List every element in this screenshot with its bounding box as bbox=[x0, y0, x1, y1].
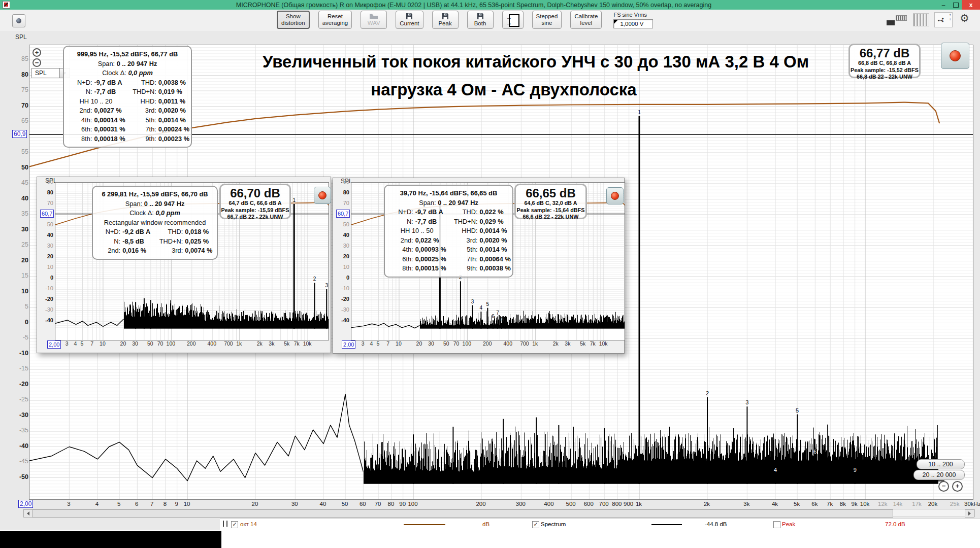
x-tick-label: 3k bbox=[269, 340, 274, 347]
loop-icon: →→ bbox=[506, 14, 519, 26]
svg-text:3: 3 bbox=[325, 283, 329, 288]
y-tick-label: -25 bbox=[11, 396, 28, 403]
x-tick-label: 14k bbox=[893, 501, 903, 507]
settings-button[interactable]: ⚙ bbox=[960, 12, 969, 24]
horizontal-scrollbar[interactable] bbox=[23, 509, 975, 517]
y-tick-label: -40 bbox=[39, 317, 53, 323]
bottom-black-bar bbox=[0, 531, 221, 548]
x-tick-label: 50 bbox=[443, 340, 449, 347]
inset2-y-cursor-value[interactable]: 60,7 bbox=[336, 210, 350, 218]
x-tick-label: 7 bbox=[386, 340, 389, 347]
webcam-icon bbox=[16, 18, 21, 23]
x-tick-label: 5 bbox=[81, 340, 84, 347]
svg-text:3: 3 bbox=[745, 399, 748, 405]
x-tick-label: 2k bbox=[704, 501, 710, 507]
pan-zoom-button[interactable]: ↔↕↑↓ bbox=[934, 12, 953, 27]
inset-window-40hz[interactable]: SPL 23456789 90807050403020100-10-20-30-… bbox=[333, 178, 625, 354]
y-tick-label: 65 bbox=[11, 117, 28, 124]
scroll-right-button[interactable] bbox=[965, 509, 974, 518]
legend-checkbox-3[interactable] bbox=[773, 521, 780, 528]
inset1-x-start-value[interactable]: 2,00 bbox=[47, 340, 61, 349]
x-tick-label: 200 bbox=[476, 501, 485, 507]
zoom-in-button[interactable]: + bbox=[32, 48, 41, 57]
inset1-measurement-panel: 6 299,81 Hz, -15,59 dBFS, 66,70 dBSpan: … bbox=[92, 186, 218, 260]
inset-window-6300hz[interactable]: SPL 123 90807050403020100-10-20-30-40 34… bbox=[37, 177, 331, 353]
x-tick-label: 700 bbox=[599, 501, 609, 507]
app-icon bbox=[3, 1, 10, 9]
scrollbar-thumb[interactable] bbox=[32, 509, 893, 518]
inset1-y-cursor-value[interactable]: 60,7 bbox=[40, 210, 54, 218]
y-tick-label: 30 bbox=[11, 226, 28, 233]
x-tick-label: 7 bbox=[150, 501, 153, 507]
x-tick-label: 3 bbox=[362, 340, 365, 347]
y-tick-label: 5 bbox=[11, 303, 28, 310]
inset2-record-button[interactable] bbox=[606, 187, 624, 204]
inset2-x-start-value[interactable]: 2,00 bbox=[342, 340, 355, 349]
y-tick-label: -10 bbox=[39, 285, 53, 291]
x-tick-label: 400 bbox=[544, 501, 553, 507]
svg-text:6: 6 bbox=[492, 314, 495, 319]
save-both-button[interactable]: Both bbox=[467, 11, 494, 29]
svg-text:1: 1 bbox=[292, 197, 296, 203]
y-tick-label: -40 bbox=[11, 442, 28, 450]
inset1-record-button[interactable] bbox=[314, 187, 331, 204]
level-bars-icon bbox=[913, 13, 929, 26]
y-tick-label: -40 bbox=[335, 317, 349, 323]
floppy-icon bbox=[406, 13, 413, 20]
legend-bar: ✓окт 14dB✓Spectrum-44.8 dBPeak72.0 dB bbox=[220, 519, 980, 530]
axis-mode-value: SPL bbox=[31, 68, 60, 78]
y-tick-label: 80 bbox=[39, 189, 53, 195]
y-tick-label: 75 bbox=[11, 86, 28, 93]
wav-button[interactable]: WAV bbox=[361, 11, 387, 29]
y-tick-label: 70 bbox=[335, 200, 349, 206]
x-tick-label: 3 bbox=[66, 340, 69, 347]
minimize-button[interactable]: – bbox=[937, 1, 950, 9]
svg-text:8: 8 bbox=[500, 317, 503, 322]
main-y-cursor-value[interactable]: 60,9 bbox=[12, 130, 27, 138]
main-measurement-panel: 999,95 Hz, -15,52 dBFS, 66,77 dBSpan: 0 … bbox=[63, 46, 192, 148]
record-icon bbox=[318, 191, 326, 199]
y-tick-label: 55 bbox=[11, 148, 28, 155]
y-tick-label: 20 bbox=[335, 253, 349, 259]
x-tick-label: 700 bbox=[224, 340, 233, 347]
device-monitor-button[interactable] bbox=[12, 14, 25, 27]
range-20-20000-button[interactable]: 20 .. 20 000 bbox=[913, 470, 965, 480]
x-tick-label: 8 bbox=[164, 501, 167, 507]
maximize-button[interactable] bbox=[950, 1, 962, 9]
zoom-out-button[interactable]: − bbox=[32, 58, 41, 67]
legend-checkbox-2[interactable]: ✓ bbox=[532, 521, 539, 528]
x-tick-label: 5k bbox=[794, 501, 800, 507]
save-current-button[interactable]: Current bbox=[396, 11, 423, 29]
range-10-200-button[interactable]: 10 .. 200 bbox=[917, 459, 965, 469]
y-tick-label: -20 bbox=[11, 381, 28, 388]
x-tick-label: 4 bbox=[74, 340, 77, 347]
fs-sine-input[interactable]: 1,0000 V bbox=[613, 19, 653, 28]
save-peak-button[interactable]: Peak bbox=[432, 11, 459, 29]
x-zoom-in-button[interactable]: + bbox=[952, 481, 963, 492]
legend-label: Peak bbox=[782, 521, 795, 527]
toolbar-buttons: Showdistortion Resetaveraging WAV Curren… bbox=[277, 11, 653, 29]
calibrate-level-button[interactable]: Calibratelevel bbox=[570, 11, 602, 29]
main-x-start-value[interactable]: 2,00 bbox=[18, 500, 33, 508]
legend-line-swatch bbox=[404, 524, 445, 525]
level-bars-button[interactable] bbox=[913, 13, 929, 26]
y-tick-label: 20 bbox=[39, 253, 53, 259]
x-tick-label: 12k bbox=[878, 501, 888, 507]
show-distortion-button[interactable]: Showdistortion bbox=[277, 11, 310, 29]
record-button[interactable] bbox=[941, 43, 969, 69]
reset-averaging-button[interactable]: Resetaveraging bbox=[318, 11, 352, 29]
svg-text:9: 9 bbox=[854, 467, 857, 473]
y-tick-label: -50 bbox=[11, 473, 28, 481]
legend-checkbox-1[interactable]: ✓ bbox=[231, 521, 238, 528]
x-tick-label: 30 bbox=[291, 501, 298, 507]
x-tick-label: 10k bbox=[599, 340, 608, 347]
signal-displays-button[interactable] bbox=[887, 14, 907, 26]
stepped-sine-button[interactable]: Steppedsine bbox=[532, 11, 562, 29]
x-zoom-out-button[interactable]: − bbox=[938, 481, 949, 492]
x-tick-label: 3k bbox=[565, 340, 570, 347]
svg-text:4: 4 bbox=[774, 467, 777, 473]
y-tick-label: 50 bbox=[335, 221, 349, 227]
x-tick-label: 5 bbox=[377, 340, 380, 347]
close-button[interactable]: x bbox=[962, 0, 980, 10]
loop-button[interactable]: →→ bbox=[502, 11, 524, 29]
